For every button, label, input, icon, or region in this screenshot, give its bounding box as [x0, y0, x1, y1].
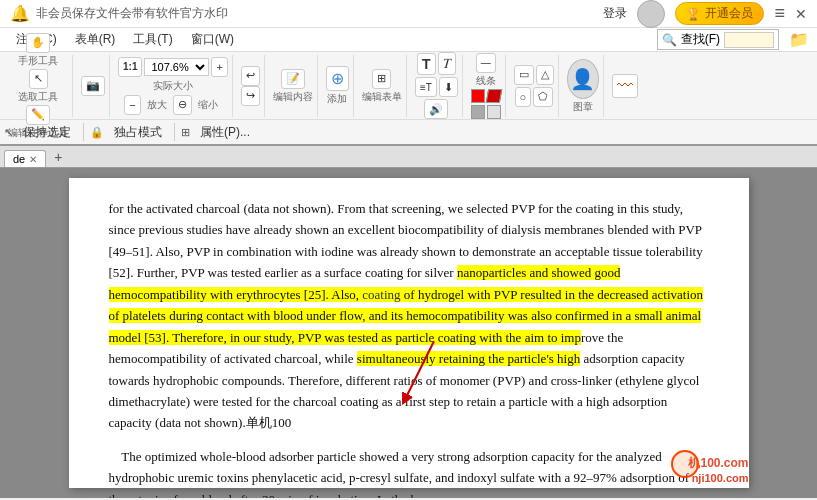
watermark-2: nji100.com	[692, 470, 749, 488]
close-window-icon[interactable]: ✕	[795, 6, 807, 22]
vip-icon: 🏆	[686, 7, 701, 21]
brush-button[interactable]: 〰	[612, 74, 638, 98]
banner-left: 🔔 非会员保存文件会带有软件官方水印	[10, 4, 228, 23]
stamp-label: 图章	[573, 100, 593, 114]
paragraph-1: for the activated charcoal (data not sho…	[109, 198, 709, 434]
separator-2	[174, 123, 175, 141]
hand-icon: ✋	[31, 36, 45, 49]
undo-button[interactable]: ↩	[241, 66, 260, 86]
shrink-button[interactable]: ⊖	[173, 95, 192, 115]
undo-icon: ↩	[246, 69, 255, 82]
menu-window[interactable]: 窗口(W)	[183, 29, 242, 50]
pentagon-button[interactable]: ⬠	[533, 87, 553, 107]
tool-group-snapshot: 📷	[77, 55, 110, 117]
text-cursor-button[interactable]: 𝑇	[438, 52, 456, 75]
circle-icon: ○	[520, 91, 527, 103]
properties-icon: ⊞	[181, 126, 190, 139]
zoom-select[interactable]: 107.6%	[144, 58, 209, 76]
tab-bar: de ✕ +	[0, 146, 817, 168]
edit-table-button[interactable]: ⊞	[372, 69, 391, 89]
banner-right: 登录 🏆 开通会员 ≡ ✕	[603, 0, 807, 28]
text-tool-button[interactable]: T	[417, 53, 436, 75]
camera-icon: 📷	[86, 79, 100, 92]
tab-label-de: de	[13, 153, 25, 165]
lock-icon: 🔒	[90, 126, 104, 139]
menu-icon[interactable]: ≡	[774, 3, 785, 24]
redo-button[interactable]: ↪	[241, 86, 260, 106]
search-icon: 🔍	[662, 33, 677, 47]
main-toolbar: ✋ 手形工具 ↖ 选取工具 ✏️ 编辑注释工具 📷 1:1 107	[0, 52, 817, 120]
tool-group-table: ⊞ 编辑表单	[358, 55, 407, 117]
tool-group-lines: — 线条	[467, 55, 506, 117]
align-icon: ≡T	[420, 82, 432, 93]
text-down-icon: ⬇	[444, 81, 453, 94]
line-label: 线条	[476, 74, 496, 88]
document-page: for the activated charcoal (data not sho…	[69, 178, 749, 488]
menu-form[interactable]: 表单(R)	[67, 29, 124, 50]
add-label: 添加	[327, 92, 347, 106]
shrink-icon: ⊖	[178, 98, 187, 111]
tool-group-stamp: 👤 图章	[563, 55, 604, 117]
plus-icon: +	[216, 61, 222, 73]
add-button[interactable]: ⊕	[326, 66, 349, 91]
actual-size-button[interactable]: 1:1	[118, 57, 142, 77]
table-icon: ⊞	[377, 72, 386, 85]
pentagon-icon: ⬠	[538, 90, 548, 103]
enlarge-label: 放大	[147, 98, 167, 112]
vip-button[interactable]: 🏆 开通会员	[675, 2, 764, 25]
brush-icon: 〰	[617, 77, 633, 95]
line-button[interactable]: —	[476, 53, 496, 73]
pencil-annotation-icon: ✏️	[31, 108, 45, 121]
light-gray-swatch[interactable]	[487, 105, 501, 119]
tab-de[interactable]: de ✕	[4, 150, 46, 167]
gray-swatch[interactable]	[471, 105, 485, 119]
bell-icon: 🔔	[10, 4, 30, 23]
edit-content-button[interactable]: 📝	[281, 69, 305, 89]
tool-group-add: ⊕ 添加	[322, 55, 354, 117]
triangle-button[interactable]: △	[536, 65, 554, 85]
select-tool-button[interactable]: ↖	[29, 69, 48, 89]
dark-red-swatch[interactable]	[486, 89, 502, 103]
avatar-icon: 👤	[567, 59, 599, 99]
document-area[interactable]: for the activated charcoal (data not sho…	[0, 168, 817, 498]
shrink-label: 缩小	[198, 98, 218, 112]
tool-group-history: ↩ ↪	[237, 55, 265, 117]
rectangle-button[interactable]: ▭	[514, 65, 534, 85]
menu-tools[interactable]: 工具(T)	[125, 29, 180, 50]
menu-bar: 注释(C) 表单(R) 工具(T) 窗口(W) 🔍 查找(F) 📁	[0, 28, 817, 52]
redo-icon: ↪	[246, 89, 255, 102]
search-toolbar: 🔍 查找(F)	[657, 29, 779, 50]
zoom-out-button[interactable]: −	[124, 95, 140, 115]
folder-icon[interactable]: 📁	[789, 30, 809, 49]
secondary-toolbar: ↖ 保持选定 🔒 独占模式 ⊞ 属性(P)...	[0, 120, 817, 146]
red-color-swatch[interactable]	[471, 89, 485, 103]
exclusive-mode-button[interactable]: 独占模式	[108, 122, 168, 143]
keep-selected-button[interactable]: 保持选定	[17, 122, 77, 143]
banner-message: 非会员保存文件会带有软件官方水印	[36, 5, 228, 22]
speaker-button[interactable]: 🔊	[424, 99, 448, 119]
paragraph-2: The optimized whole-blood adsorber parti…	[109, 446, 709, 498]
search-input-area	[724, 32, 774, 48]
tool-group-zoom: 1:1 107.6% + 实际大小 − 放大 ⊖ 缩小	[114, 55, 233, 117]
add-tab-button[interactable]: +	[48, 147, 68, 167]
actual-size-icon: 1:1	[123, 61, 137, 72]
snapshot-button[interactable]: 📷	[81, 76, 105, 96]
cursor-small-icon: ↖	[4, 126, 13, 139]
user-avatar	[637, 0, 665, 28]
text-align-button[interactable]: ≡T	[415, 77, 437, 97]
text-down-button[interactable]: ⬇	[439, 77, 458, 97]
properties-button[interactable]: 属性(P)...	[194, 122, 256, 143]
circle-button[interactable]: ○	[515, 87, 532, 107]
minus-icon: −	[129, 99, 135, 111]
rectangle-icon: ▭	[519, 68, 529, 81]
search-label: 查找(F)	[681, 31, 720, 48]
edit-content-icon: 📝	[286, 72, 300, 85]
hand-tool-button[interactable]: ✋	[26, 33, 50, 53]
tool-group-navigation: ✋ 手形工具 ↖ 选取工具 ✏️ 编辑注释工具	[4, 55, 73, 117]
circle-annotation	[671, 450, 699, 478]
actual-size-label: 实际大小	[153, 79, 193, 93]
tab-close-de[interactable]: ✕	[29, 154, 37, 165]
login-button[interactable]: 登录	[603, 5, 627, 22]
zoom-in-button[interactable]: +	[211, 57, 227, 77]
edit-table-label: 编辑表单	[362, 90, 402, 104]
